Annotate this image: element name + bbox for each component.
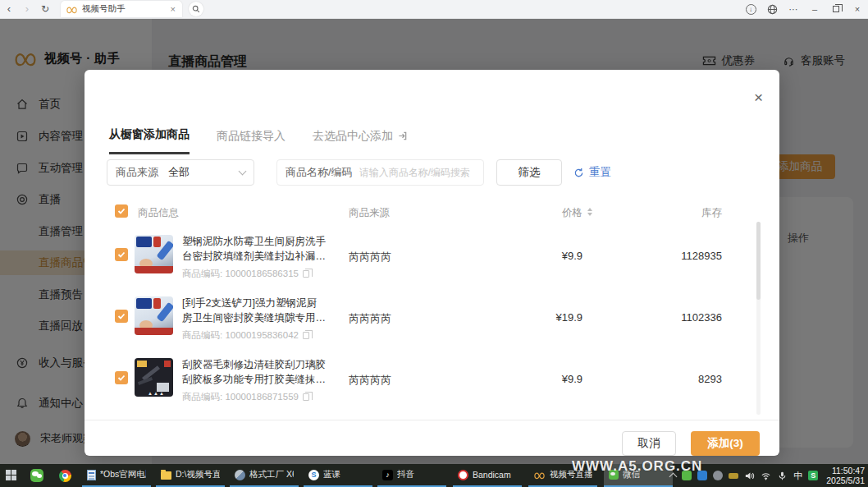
- reset-label: 重置: [589, 165, 611, 180]
- product-price: ¥9.9: [484, 373, 582, 385]
- tab-label: 从橱窗添加商品: [109, 127, 190, 142]
- copy-icon[interactable]: [303, 332, 309, 339]
- column-header-stock: 库存: [624, 206, 722, 220]
- tray-contacts-icon[interactable]: [713, 471, 723, 480]
- tray-usb-icon[interactable]: [729, 473, 738, 479]
- product-title: [到手2支送铲刀]强力塑钢泥厨房卫生间密封胶美缝填隙专用厨卫密封胶150M...: [182, 296, 327, 326]
- taskbar-app-lanke[interactable]: S 蓝课: [304, 464, 372, 487]
- product-search-label: 商品名称/编码: [286, 165, 353, 180]
- product-source: 芮芮芮芮: [349, 250, 391, 264]
- document-icon: [87, 470, 96, 480]
- window-close-button[interactable]: ×: [847, 0, 868, 18]
- filter-bar: 商品来源 全部 商品名称/编码 筛选 重置: [107, 159, 757, 186]
- table-row[interactable]: [到手2支送铲刀]强力塑钢泥厨房卫生间密封胶美缝填隙专用厨卫密封胶150M...…: [107, 290, 757, 351]
- start-button[interactable]: [6, 470, 17, 481]
- product-code: 商品编码: 10000186586315: [182, 268, 309, 280]
- confirm-add-button[interactable]: 添加(3): [691, 431, 760, 456]
- price-sort-icon[interactable]: [587, 208, 592, 216]
- tray-time: 11:50:47: [826, 466, 865, 476]
- row-checkbox[interactable]: [115, 371, 128, 384]
- row-checkbox[interactable]: [115, 248, 128, 261]
- download-icon[interactable]: ↓: [740, 0, 761, 18]
- refresh-icon[interactable]: ↻: [36, 0, 54, 18]
- row-checkbox[interactable]: [115, 310, 128, 323]
- modal-tabs: 从橱窗添加商品 商品链接导入 去选品中心添加: [109, 127, 408, 154]
- column-header-price: 价格: [484, 206, 582, 220]
- product-title: 刮胶器毛刺修边清硅胶刮刀璃胶刮胶板多功能专用打胶美缝抹胶神器: [182, 358, 327, 388]
- table-header: 商品信息 商品来源 价格 库存: [107, 203, 757, 223]
- copy-icon[interactable]: [303, 393, 309, 401]
- network-icon[interactable]: [761, 471, 771, 481]
- folder-icon: [161, 471, 171, 480]
- footer-divider: [85, 420, 779, 420]
- ime-indicator[interactable]: 中: [793, 470, 802, 482]
- douyin-icon: ♪: [382, 470, 393, 480]
- table-row[interactable]: ▲▲▲ 刮胶器毛刺修边清硅胶刮刀璃胶刮胶板多功能专用打胶美缝抹胶神器 商品编码:…: [107, 351, 757, 413]
- taskbar-app-label: Bandicam: [473, 470, 511, 480]
- tray-security-icon[interactable]: S: [808, 471, 818, 480]
- globe-icon[interactable]: [761, 0, 783, 18]
- search-icon[interactable]: [189, 2, 203, 16]
- source-select[interactable]: 商品来源 全部: [107, 159, 254, 186]
- watermark: WWW.A5.ORG.CN: [572, 458, 702, 475]
- product-source: 芮芮芮芮: [349, 373, 391, 388]
- tab-import-by-link[interactable]: 商品链接导入: [217, 127, 286, 154]
- product-price: ¥19.9: [484, 311, 582, 324]
- microphone-icon[interactable]: [777, 471, 788, 481]
- taskbar-app-label: 抖音: [397, 469, 414, 480]
- source-select-value: 全部: [168, 165, 230, 180]
- taskbar-app-bandicam[interactable]: Bandicam: [453, 464, 522, 487]
- table-row[interactable]: 塑钢泥防水防霉卫生间厨房洗手台密封胶填缝剂美缝封边补漏专用胶150ml... 商…: [107, 228, 757, 290]
- taskbar-app-label: 蓝课: [323, 469, 340, 480]
- product-image: [135, 235, 173, 273]
- bandicam-icon: [458, 470, 468, 480]
- copy-icon[interactable]: [303, 270, 309, 278]
- add-products-modal: × 从橱窗添加商品 商品链接导入 去选品中心添加 商品来源 全部 商品名称/编码: [85, 70, 779, 456]
- product-stock: 8293: [624, 373, 722, 385]
- tab-goto-selection-center[interactable]: 去选品中心添加: [313, 127, 408, 154]
- refresh-icon: [573, 168, 584, 178]
- reset-button[interactable]: 重置: [573, 165, 611, 180]
- taskbar-app-obs-doc[interactable]: *Obs官网电脑...: [82, 464, 151, 487]
- product-price: ¥9.9: [484, 250, 582, 262]
- restore-button[interactable]: [825, 0, 847, 18]
- tab-close-icon[interactable]: ×: [169, 4, 177, 14]
- column-header-info: 商品信息: [138, 206, 179, 220]
- scrollbar-thumb[interactable]: [756, 222, 761, 300]
- taskbar-app-label: *Obs官网电脑...: [100, 469, 146, 480]
- minimize-button[interactable]: –: [804, 0, 825, 18]
- product-search-input[interactable]: [359, 167, 475, 178]
- tab-label: 去选品中心添加: [313, 129, 393, 144]
- select-all-checkbox[interactable]: [115, 204, 128, 218]
- product-stock: 1102336: [624, 311, 722, 324]
- taskbar: *Obs官网电脑... D:\视频号直播... 格式工厂 X64 ... S 蓝…: [0, 464, 868, 487]
- format-factory-icon: [235, 470, 245, 480]
- channels-logo-icon: [533, 471, 546, 480]
- modal-close-icon[interactable]: ×: [754, 90, 763, 105]
- taskbar-app-explorer[interactable]: D:\视频号直播...: [156, 464, 225, 487]
- more-menu-icon[interactable]: ⋯: [783, 0, 804, 18]
- product-code: 商品编码: 10000186871559: [182, 391, 309, 403]
- taskbar-app-label: 格式工厂 X64 ...: [249, 469, 294, 480]
- source-select-label: 商品来源: [116, 165, 158, 180]
- browser-tab[interactable]: 视频号助手 ×: [61, 1, 182, 17]
- product-search-field[interactable]: 商品名称/编码: [276, 159, 484, 186]
- tab-add-from-showcase[interactable]: 从橱窗添加商品: [109, 127, 190, 154]
- product-stock: 1128935: [624, 250, 722, 262]
- column-header-source: 商品来源: [349, 206, 390, 220]
- chrome-pinned-icon[interactable]: [57, 468, 72, 483]
- filter-button[interactable]: 筛选: [496, 159, 562, 186]
- taskbar-app-douyin[interactable]: ♪ 抖音: [377, 464, 446, 487]
- forward-icon[interactable]: ›: [18, 0, 36, 18]
- back-icon[interactable]: ‹: [0, 0, 18, 18]
- modal-scrollbar[interactable]: [756, 222, 761, 415]
- screen: ‹ › ↻ 视频号助手 × ↓ ⋯ – × 视频号 · 助手: [0, 0, 868, 487]
- tray-date: 2025/5/31: [826, 476, 865, 485]
- wechat-pinned-icon[interactable]: [30, 468, 44, 483]
- volume-icon[interactable]: [744, 471, 755, 481]
- product-title: 塑钢泥防水防霉卫生间厨房洗手台密封胶填缝剂美缝封边补漏专用胶150ml...: [182, 235, 327, 264]
- product-code: 商品编码: 10000195836042: [182, 329, 309, 342]
- taskbar-clock[interactable]: 11:50:47 2025/5/31: [824, 466, 865, 485]
- cancel-button[interactable]: 取消: [622, 431, 676, 456]
- taskbar-app-format-factory[interactable]: 格式工厂 X64 ...: [230, 464, 299, 487]
